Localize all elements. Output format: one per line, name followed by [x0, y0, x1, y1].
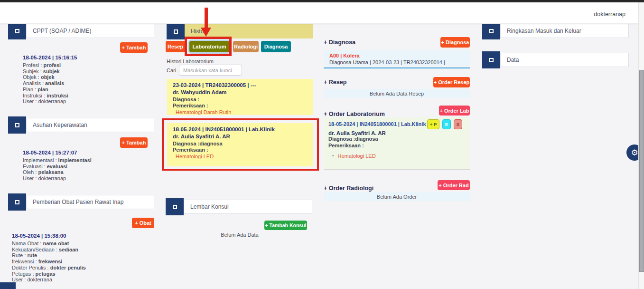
field-label: Implementasi :: [23, 157, 58, 163]
card-diagnosa: Diagnosa :: [173, 96, 307, 103]
order-rad-button[interactable]: + Order Rad: [438, 180, 470, 190]
field-label: Instruksi :: [23, 93, 47, 98]
cppt-panel-icon: [8, 22, 26, 39]
konsul-panel-icon: [166, 198, 184, 215]
field-value: pelaksana: [38, 169, 63, 175]
order-lab-doctor: dr. Aulia Syafitri A. AR: [328, 130, 465, 136]
card-test: Hematologi LED: [176, 154, 307, 160]
entry-field: Nama Obat : nama obat: [12, 241, 149, 247]
order-lab-button[interactable]: + Order Lab: [439, 106, 470, 116]
entry-field: Petugas : petugas: [12, 271, 149, 277]
diagnosa-item-inner: A00 | Kolera Diagnosa Utama | 2024-03-23…: [324, 50, 470, 68]
field-label: Oleh :: [23, 169, 38, 175]
card-header: 18-05-2024 | IN24051800001 | Lab.Klinik: [173, 126, 307, 132]
entry-field: Analisis : analisis: [23, 80, 149, 87]
bullet-asterisk-icon: *: [332, 154, 334, 159]
cppt-entry-timestamp: 18-05-2024 | 15:16:15: [23, 55, 149, 60]
order-resep-button[interactable]: + Order Resep: [433, 77, 470, 87]
field-label: Evaluasi :: [23, 164, 47, 169]
histori-lab-card[interactable]: 18-05-2024 | IN24051800001 | Lab.Klinik …: [167, 123, 313, 166]
panel-asuhan: Asuhan Keperawatan: [8, 116, 154, 134]
ringkasan-title-text: Ringkasan Masuk dan Keluar: [507, 28, 581, 34]
field-value: dokter penulis: [50, 265, 86, 270]
konsul-panel-title: Lembar Konsul: [184, 200, 312, 214]
diagnosa-detail: Diagnosa Utama | 2024-03-23 | TR24032320…: [329, 59, 464, 66]
tambah-konsul-button[interactable]: + Tambah Konsul: [264, 221, 307, 230]
field-value: evaluasi: [47, 164, 67, 169]
diagnosa-item[interactable]: A00 | Kolera Diagnosa Utama | 2024-03-23…: [324, 50, 470, 66]
resep-empty-box: Belum Ada Data Resep: [324, 89, 470, 98]
order-lab-delete-button[interactable]: X: [454, 119, 462, 129]
field-value: dokterranap: [38, 98, 66, 104]
obat-title-text: Pemberian Obat Pasien Rawat Inap: [33, 199, 123, 205]
asuhan-entry-fields: Implementasi : implementasiEvaluasi : ev…: [23, 157, 149, 182]
cppt-panel-title: CPPT (SOAP / ADIME): [26, 24, 154, 38]
tab-radiologi[interactable]: Radiologi: [233, 41, 259, 52]
user-menu[interactable]: dokterranap: [594, 11, 625, 18]
emr-screen: dokterranap CPPT (SOAP / ADIME) + Tambah…: [0, 0, 644, 289]
asuhan-title-text: Asuhan Keperawatan: [33, 122, 87, 128]
entry-field: Profesi : profesi: [23, 62, 149, 68]
next-panel-icon-peek: [0, 282, 16, 289]
card-doctor: dr. Wahyuddin Adam: [173, 89, 307, 95]
entry-field: User : dokterranap: [23, 98, 149, 105]
field-value: dokterrana: [27, 277, 52, 282]
obat-entry-fields: Nama Obat : nama obatKekuatan/Sediaan : …: [12, 241, 149, 283]
order-rad-section-heading: + Order Radiologi: [324, 185, 373, 192]
field-value: implementasi: [58, 157, 92, 163]
field-value: objek: [41, 74, 55, 80]
card-diagnosa: Diagnosa :diagnosa: [173, 141, 307, 147]
obat-panel-icon: [8, 193, 26, 211]
tab-resep[interactable]: Resep: [166, 41, 185, 52]
resep-section-heading: + Resep: [324, 79, 346, 86]
entry-field: Plan : plan: [23, 87, 149, 93]
obat-entry: 18-05-2024 | 15:38:00 Nama Obat : nama o…: [12, 233, 149, 283]
entry-field: Oleh : pelaksana: [23, 169, 149, 175]
scrollbar-thumb[interactable]: [639, 70, 644, 272]
histori-lab-subtitle: Histori Laboratorium: [167, 58, 214, 64]
field-label: User :: [23, 175, 38, 181]
field-value: instruksi: [47, 93, 68, 98]
scrollbar-track[interactable]: [638, 2, 644, 289]
histori-lab-card[interactable]: 23-03-2024 | TR24032300005 | --- dr. Wah…: [167, 79, 313, 115]
histori-panel-title: Histori: [185, 24, 313, 39]
data-panel-title: Data: [500, 53, 629, 67]
square-icon: [489, 29, 494, 33]
field-label: User :: [23, 98, 38, 104]
obat-entry-timestamp: 18-05-2024 | 15:38:00: [12, 233, 149, 239]
top-navbar: dokterranap: [0, 2, 644, 24]
order-lab-print-button[interactable]: + P: [427, 119, 439, 129]
ringkasan-panel-icon: [482, 22, 500, 39]
obat-panel-title: Pemberian Obat Pasien Rawat Inap: [26, 195, 154, 209]
entry-field: Evaluasi : evaluasi: [23, 164, 149, 170]
data-panel-icon: [482, 51, 500, 68]
search-input[interactable]: [179, 65, 242, 76]
field-label: Kekuatan/Sediaan :: [12, 247, 59, 252]
tab-laboratorium[interactable]: Laboratorium: [189, 41, 229, 52]
cppt-title-text: CPPT (SOAP / ADIME): [33, 28, 92, 34]
konsul-title-text: Lembar Konsul: [190, 203, 229, 210]
search-label: Cari: [167, 67, 176, 73]
entry-field: Instruksi : instruksi: [23, 93, 149, 99]
field-value: dokterranap: [38, 175, 66, 181]
field-label: Nama Obat :: [12, 241, 43, 246]
field-value: rute: [27, 252, 37, 258]
entry-field: Kekuatan/Sediaan : sediaan: [12, 247, 149, 253]
tab-diagnosa[interactable]: Diagnosa: [261, 41, 291, 52]
order-lab-edit-button[interactable]: E: [442, 119, 451, 129]
diagnosa-section-heading: + Diagnosa: [324, 39, 355, 46]
field-value: plan: [37, 87, 48, 92]
cppt-tambah-button[interactable]: + Tambah: [120, 42, 148, 53]
order-lab-test: Hematologi LED: [338, 153, 376, 159]
order-lab-section-heading: + Order Laboratorium: [324, 111, 385, 117]
asuhan-tambah-button[interactable]: + Tambah: [120, 137, 148, 148]
card-header: 23-03-2024 | TR24032300005 | ---: [173, 82, 307, 88]
field-value: analisis: [45, 80, 64, 86]
field-label: User :: [12, 277, 27, 282]
obat-add-button[interactable]: + Obat: [132, 218, 154, 228]
field-value: subjek: [43, 68, 60, 74]
square-icon: [15, 29, 19, 33]
add-diagnosa-button[interactable]: + Diagnosa: [440, 37, 470, 48]
entry-field: User : dokterranap: [23, 175, 149, 182]
square-icon: [15, 200, 19, 204]
